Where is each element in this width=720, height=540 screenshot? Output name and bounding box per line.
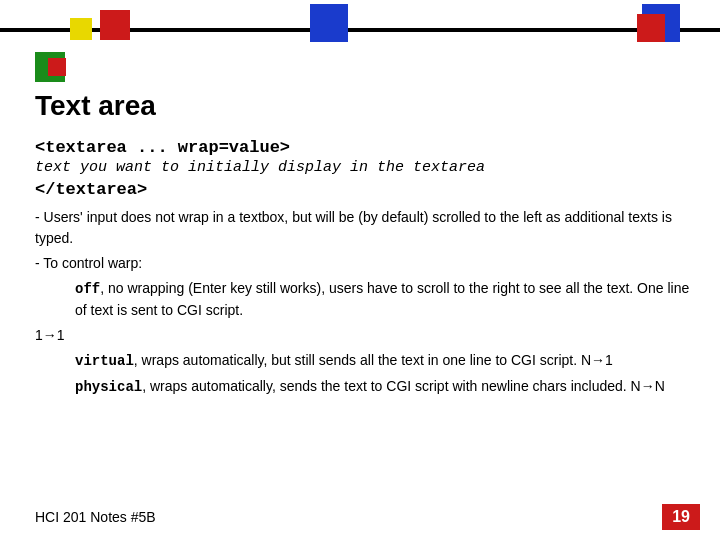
virtual-desc: , wraps automatically, but still sends a…	[134, 352, 613, 368]
arrow-1: 1→1	[35, 325, 700, 346]
main-content: Text area <textarea ... wrap=value> text…	[35, 90, 700, 402]
red-icon-square	[48, 58, 66, 76]
physical-label: physical	[75, 379, 142, 395]
footer: HCI 201 Notes #5B 19	[35, 504, 700, 530]
virtual-description: virtual, wraps automatically, but still …	[75, 350, 700, 372]
red-square-topright	[637, 14, 665, 42]
physical-description: physical, wraps automatically, sends the…	[75, 376, 700, 398]
bullet-2-text: - To control warp:	[35, 255, 142, 271]
slide-number: 19	[662, 504, 700, 530]
bullet-2: - To control warp:	[35, 253, 700, 274]
content-line: text you want to initially display in th…	[35, 159, 700, 176]
off-label: off	[75, 281, 100, 297]
description-block: - Users' input does not wrap in a textbo…	[35, 207, 700, 398]
footer-label: HCI 201 Notes #5B	[35, 509, 156, 525]
bullet-1: - Users' input does not wrap in a textbo…	[35, 207, 700, 249]
yellow-square	[70, 18, 92, 40]
off-desc: , no wrapping (Enter key still works), u…	[75, 280, 689, 318]
page-title: Text area	[35, 90, 700, 122]
virtual-label: virtual	[75, 353, 134, 369]
physical-desc: , wraps automatically, sends the text to…	[142, 378, 665, 394]
blue-square-top	[310, 4, 348, 42]
header-decoration	[0, 0, 720, 60]
red-square-left	[100, 10, 130, 40]
off-description: off, no wrapping (Enter key still works)…	[75, 278, 700, 321]
closing-tag: </textarea>	[35, 180, 700, 199]
opening-tag: <textarea ... wrap=value>	[35, 138, 700, 157]
